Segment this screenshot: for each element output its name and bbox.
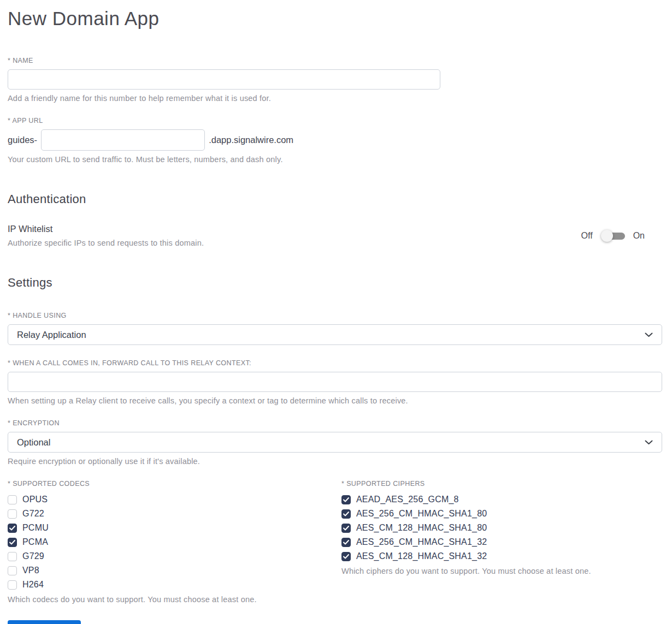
checkbox[interactable] (8, 524, 17, 533)
cipher-list: AEAD_AES_256_GCM_8 AES_256_CM_HMAC_SHA1_… (341, 492, 662, 563)
checkbox-row[interactable]: AES_CM_128_HMAC_SHA1_32 (341, 549, 662, 563)
checkbox-option-label: AEAD_AES_256_GCM_8 (356, 495, 459, 504)
check-icon (343, 512, 349, 516)
checkbox-row[interactable]: G722 (8, 507, 341, 521)
checkbox-option-label: AES_256_CM_HMAC_SHA1_80 (356, 509, 487, 519)
checkbox[interactable] (341, 538, 351, 547)
checkbox-row[interactable]: PCMU (8, 521, 341, 535)
codecs-helper-text: Which codecs do you want to support. You… (8, 595, 341, 604)
ciphers-helper-text: Which ciphers do you want to support. Yo… (341, 567, 662, 575)
name-field-group: * NAME Add a friendly name for this numb… (8, 57, 662, 103)
page-title: New Domain App (8, 8, 662, 29)
checkbox-option-label: H264 (22, 580, 44, 590)
app-url-row: guides- .dapp.signalwire.com (8, 129, 662, 151)
save-button[interactable]: Save (8, 620, 81, 624)
checkbox-option-label: VP8 (22, 566, 39, 575)
ip-whitelist-label: IP Whitelist (8, 224, 204, 234)
encryption-field-group: * ENCRYPTION Optional Require encryption… (8, 419, 662, 466)
checkbox[interactable] (341, 524, 351, 533)
ip-whitelist-row: IP Whitelist Authorize specific IPs to s… (8, 224, 662, 247)
checkbox-row[interactable]: AEAD_AES_256_GCM_8 (341, 492, 662, 507)
supported-codecs-label: * SUPPORTED CODECS (8, 480, 341, 488)
handle-using-value: Relay Application (17, 330, 86, 340)
checkbox[interactable] (341, 495, 351, 504)
encryption-select[interactable]: Optional (8, 432, 662, 453)
codecs-ciphers-row: * SUPPORTED CODECS OPUS G722 PCMU (8, 480, 662, 604)
check-icon (343, 554, 349, 559)
ip-whitelist-text-block: IP Whitelist Authorize specific IPs to s… (8, 224, 204, 247)
checkbox-option-label: PCMU (22, 523, 49, 533)
checkbox-row[interactable]: G729 (8, 549, 341, 563)
checkbox[interactable] (8, 509, 17, 519)
checkbox-option-label: PCMA (22, 537, 48, 547)
checkbox-option-label: G729 (22, 551, 44, 561)
supported-ciphers-label: * SUPPORTED CIPHERS (341, 480, 662, 488)
checkbox[interactable] (8, 566, 17, 575)
encryption-label: * ENCRYPTION (8, 419, 662, 427)
codec-list: OPUS G722 PCMU PCMA G729 (8, 492, 341, 592)
checkbox[interactable] (8, 580, 17, 590)
handle-using-field-group: * HANDLE USING Relay Application (8, 312, 662, 345)
checkbox-option-label: G722 (22, 509, 44, 519)
supported-ciphers-group: * SUPPORTED CIPHERS AEAD_AES_256_GCM_8 A… (341, 480, 662, 604)
checkbox[interactable] (8, 538, 17, 547)
toggle-knob[interactable] (601, 230, 613, 242)
toggle-on-label: On (633, 231, 645, 241)
name-helper-text: Add a friendly name for this number to h… (8, 94, 662, 103)
checkbox-option-label: OPUS (22, 495, 48, 504)
check-icon (343, 497, 349, 502)
authentication-section-title: Authentication (8, 192, 662, 206)
check-icon (343, 540, 349, 545)
check-icon (9, 540, 15, 545)
settings-section-title: Settings (8, 276, 662, 290)
name-input[interactable] (8, 69, 440, 90)
checkbox[interactable] (8, 495, 17, 504)
app-url-helper-text: Your custom URL to send traffic to. Must… (8, 155, 662, 164)
checkbox-option-label: AES_CM_128_HMAC_SHA1_32 (356, 551, 487, 561)
ip-whitelist-toggle-group: Off On (581, 230, 662, 242)
ip-whitelist-toggle[interactable] (601, 230, 625, 242)
encryption-helper-text: Require encryption or optionally use it … (8, 457, 662, 466)
checkbox-row[interactable]: AES_CM_128_HMAC_SHA1_80 (341, 521, 662, 535)
app-url-suffix: .dapp.signalwire.com (209, 135, 293, 145)
checkbox-option-label: AES_256_CM_HMAC_SHA1_32 (356, 537, 487, 547)
relay-context-field-group: * WHEN A CALL COMES IN, FORWARD CALL TO … (8, 359, 662, 405)
app-url-field-group: * APP URL guides- .dapp.signalwire.com Y… (8, 117, 662, 164)
checkbox-option-label: AES_CM_128_HMAC_SHA1_80 (356, 523, 487, 533)
encryption-value: Optional (17, 437, 50, 448)
relay-context-helper-text: When setting up a Relay client to receiv… (8, 396, 662, 405)
checkbox-row[interactable]: AES_256_CM_HMAC_SHA1_32 (341, 535, 662, 549)
app-url-prefix: guides- (8, 135, 37, 145)
checkbox[interactable] (341, 509, 351, 519)
chevron-down-icon (645, 332, 653, 337)
toggle-off-label: Off (581, 231, 593, 241)
checkbox-row[interactable]: AES_256_CM_HMAC_SHA1_80 (341, 507, 662, 521)
checkbox[interactable] (8, 552, 17, 561)
checkbox-row[interactable]: PCMA (8, 535, 341, 549)
chevron-down-icon (645, 440, 653, 445)
name-label: * NAME (8, 57, 662, 64)
checkbox[interactable] (341, 552, 351, 561)
relay-context-input[interactable] (8, 372, 662, 392)
handle-using-select[interactable]: Relay Application (8, 324, 662, 345)
new-domain-app-form: New Domain App * NAME Add a friendly nam… (0, 0, 672, 624)
check-icon (343, 526, 349, 531)
checkbox-row[interactable]: VP8 (8, 563, 341, 578)
checkbox-row[interactable]: H264 (8, 578, 341, 592)
ip-whitelist-helper-text: Authorize specific IPs to send requests … (8, 239, 204, 247)
relay-context-label: * WHEN A CALL COMES IN, FORWARD CALL TO … (8, 359, 662, 367)
checkbox-row[interactable]: OPUS (8, 492, 341, 507)
app-url-input[interactable] (41, 129, 205, 151)
check-icon (9, 526, 15, 531)
app-url-label: * APP URL (8, 117, 662, 124)
supported-codecs-group: * SUPPORTED CODECS OPUS G722 PCMU (8, 480, 341, 604)
handle-using-label: * HANDLE USING (8, 312, 662, 319)
